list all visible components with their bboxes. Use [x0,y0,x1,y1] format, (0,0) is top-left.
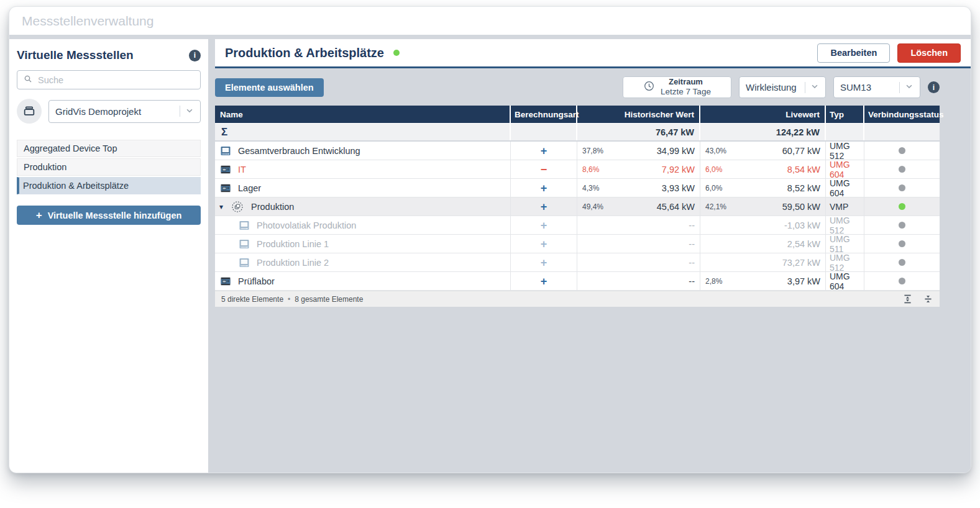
historical-value-cell: 49,4%45,64 kW [577,197,700,215]
device-type: UMG 512 [826,142,864,160]
live-value: 73,27 kW [782,258,820,268]
calculation-mode-cell[interactable]: + [511,197,577,215]
historical-percent: 8,6% [582,165,599,174]
table-row[interactable]: Lager + 4,3%3,93 kW 6,0%8,52 kW UMG 604 [215,179,940,197]
historical-value: 3,93 kW [662,183,695,193]
historical-percent: 37,8% [582,147,603,155]
delete-button[interactable]: Löschen [897,43,961,63]
table-row[interactable]: Gesamtverbrauch Entwicklung + 37,8%34,99… [215,142,940,160]
info-icon[interactable]: i [189,50,201,61]
main-header: Produktion & Arbeitsplätze Bearbeiten Lö… [215,39,971,68]
table-row[interactable]: IT − 8,6%7,92 kW 6,0%8,54 kW UMG 604 [215,160,940,179]
column-header-5[interactable]: Verbindungsstatus [864,106,940,123]
sidebar-list-item[interactable]: Aggregated Device Top [17,140,201,157]
column-header-1[interactable]: Berechnungsart [511,106,577,123]
collapse-all-icon[interactable] [923,294,933,304]
historical-value-cell: 4,3%3,93 kW [577,179,700,197]
device-icon [219,182,232,194]
caret-down-icon[interactable]: ▾ [219,202,227,211]
calc-sign: + [541,145,547,156]
historical-percent: 4,3% [582,184,599,193]
info-icon[interactable]: i [928,81,940,93]
chevron-down-icon [810,82,819,93]
search-input[interactable] [38,75,195,85]
table-body: Gesamtverbrauch Entwicklung + 37,8%34,99… [215,142,940,291]
row-name: Produktion [251,202,294,212]
live-value-cell: 2,8%3,97 kW [700,272,826,290]
sidebar-list-item[interactable]: Produktion [17,158,201,176]
historical-value-cell: -- [577,216,700,234]
live-value-cell: -1,03 kW [700,216,826,234]
table-row[interactable]: Produktion Linie 2 + -- 73,27 kW UMG 512 [215,253,940,272]
historical-value: 45,64 kW [657,202,695,212]
connection-status-cell [864,272,940,290]
sum-live-value: 124,22 kW [776,127,825,137]
direct-elements-count: 5 direkte Elemente [221,295,283,304]
table-row[interactable]: Photovolatiak Produktion + -- -1,03 kW U… [215,216,940,235]
live-value: 2,54 kW [787,239,820,249]
column-header-3[interactable]: Livewert [700,106,826,123]
sidebar-item-label: Produktion [24,162,66,172]
timerange-button[interactable]: Zeitraum Letzte 7 Tage [623,76,731,98]
connection-status-cell [864,197,940,215]
device-type: UMG 511 [826,235,864,253]
device-type: UMG 512 [826,216,864,234]
device-type: UMG 604 [826,179,864,197]
row-name: Photovolatiak Produktion [257,220,356,230]
connection-status-cell [864,142,940,160]
edit-button[interactable]: Bearbeiten [817,43,890,63]
calc-sign: − [541,164,547,175]
clock-icon [643,80,655,94]
calc-sign: + [541,276,547,287]
app-body: Virtuelle Messstellen i GridVis Demoproj… [9,35,971,473]
historical-value: -- [689,258,695,268]
aggregation-select[interactable]: SUM13 [833,76,920,98]
expand-all-icon[interactable] [902,294,913,304]
connection-status-cell [864,253,940,271]
calc-sign: + [541,201,547,212]
sum-row: Σ 76,47 kW 124,22 kW [215,123,940,142]
calculation-mode-cell[interactable]: + [511,179,577,197]
chevron-down-icon [185,106,194,117]
device-icon [238,238,250,250]
connection-status-dot [899,240,905,247]
total-elements-count: 8 gesamte Elemente [295,295,363,304]
project-select[interactable]: GridVis Demoprojekt [48,100,201,123]
calculation-mode-cell[interactable]: − [511,160,577,178]
sidebar-list-item[interactable]: Produktion & Arbeitsplätze [17,177,201,194]
title-bar: Messstellenverwaltung [9,7,971,35]
main-panel: Produktion & Arbeitsplätze Bearbeiten Lö… [215,39,971,473]
row-name: Produktion Linie 1 [257,239,329,249]
add-messstelle-button[interactable]: + Virtuelle Messstelle hinzufügen [17,206,201,225]
connection-status-dot [899,184,905,191]
connection-status-dot [899,278,905,284]
historical-value: -- [689,276,695,286]
table-row[interactable]: Prüflabor + -- 2,8%3,97 kW UMG 604 [215,272,940,291]
select-elements-button[interactable]: Elemente auswählen [215,78,324,97]
historical-value-cell: 37,8%34,99 kW [577,142,700,160]
calculation-mode-cell[interactable]: + [511,142,577,160]
table-footer: 5 direkte Elemente • 8 gesamte Elemente [215,291,940,307]
calculation-mode-cell[interactable]: + [511,216,577,234]
historical-value-cell: -- [577,235,700,253]
column-header-0[interactable]: Name [215,106,511,123]
live-value: 60,77 kW [782,146,820,156]
sidebar-item-label: Produktion & Arbeitsplätze [23,181,129,191]
calculation-mode-cell[interactable]: + [511,235,577,253]
row-name: Gesamtverbrauch Entwicklung [238,146,360,156]
column-header-2[interactable]: Historischer Wert [577,106,700,123]
historical-value: 34,99 kW [657,146,695,156]
measurement-select[interactable]: Wirkleistung [739,76,826,98]
messstellen-list: Aggregated Device Top Produktion Produkt… [17,140,201,194]
table-row[interactable]: ▾ Produktion + 49,4%45,64 kW 42,1%59,50 … [215,197,940,216]
live-value: 8,52 kW [787,183,820,193]
search-box[interactable] [17,70,201,89]
device-icon [231,201,244,213]
device-type: UMG 604 [826,272,864,290]
column-header-4[interactable]: Typ [826,106,864,123]
live-value: 59,50 kW [782,202,820,212]
calculation-mode-cell[interactable]: + [511,272,577,290]
table-row[interactable]: Produktion Linie 1 + -- 2,54 kW UMG 511 [215,235,940,253]
name-cell: Gesamtverbrauch Entwicklung [215,142,511,160]
calculation-mode-cell[interactable]: + [511,253,577,271]
